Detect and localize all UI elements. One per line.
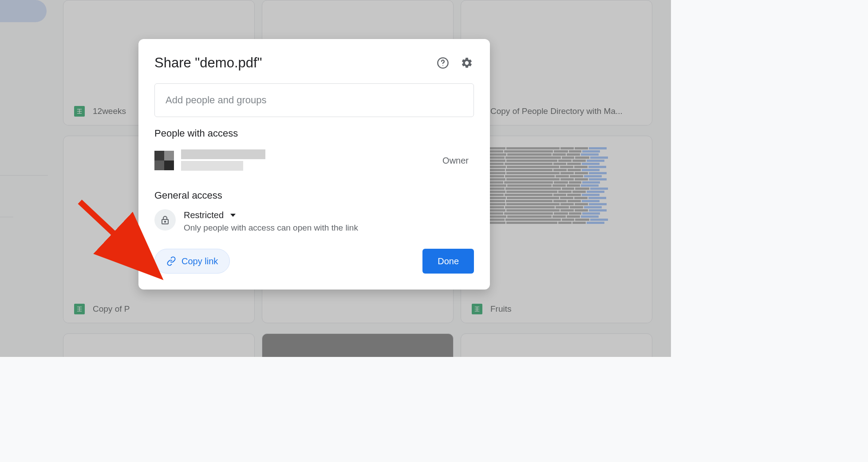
svg-point-19 (165, 221, 166, 223)
user-name-redacted (181, 149, 270, 172)
done-button[interactable]: Done (422, 249, 474, 274)
link-icon (166, 256, 176, 266)
dialog-title: Share "demo.pdf" (154, 55, 262, 71)
lock-icon (154, 209, 176, 231)
people-with-access-heading: People with access (154, 128, 474, 139)
gear-icon (461, 57, 473, 69)
access-level-label: Restricted (184, 210, 224, 220)
copy-link-button[interactable]: Copy link (154, 249, 230, 274)
chevron-down-icon (230, 211, 236, 219)
copy-link-label: Copy link (181, 256, 218, 266)
svg-point-17 (442, 65, 443, 66)
help-button[interactable] (436, 56, 450, 70)
general-access-heading: General access (154, 190, 474, 201)
access-level-dropdown[interactable]: Restricted (184, 210, 474, 220)
role-label: Owner (442, 156, 469, 166)
settings-button[interactable] (460, 56, 474, 70)
help-icon (437, 57, 449, 69)
share-dialog: Share "demo.pdf" People with access (138, 39, 490, 290)
add-people-input[interactable] (154, 83, 474, 117)
person-row: Owner (154, 147, 474, 174)
access-description: Only people with access can open with th… (184, 223, 474, 233)
user-avatar (154, 151, 174, 170)
